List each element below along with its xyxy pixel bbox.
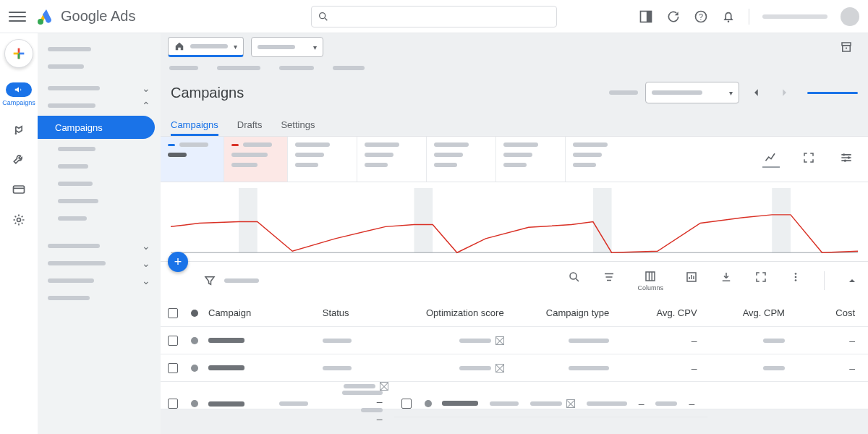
summary-card-primary[interactable] [161, 137, 224, 182]
table-row[interactable]: – – [394, 390, 708, 417]
filter-icon[interactable] [203, 273, 217, 288]
campaign-scope-select[interactable]: ▾ [251, 37, 323, 57]
row-checkbox[interactable] [168, 363, 178, 373]
nav-group[interactable]: ⌄ [38, 272, 161, 289]
svg-point-21 [844, 160, 846, 162]
nav-item[interactable] [38, 58, 161, 75]
table-row[interactable]: – – [161, 354, 868, 382]
create-button[interactable] [4, 39, 33, 68]
svg-line-28 [576, 278, 579, 281]
rail-item-goals[interactable] [11, 121, 27, 137]
rail-label-campaigns: Campaigns [2, 99, 35, 106]
filter-skeleton [224, 278, 259, 283]
row-checkbox[interactable] [168, 336, 178, 346]
chart-type-line-icon[interactable] [762, 150, 780, 168]
table-search-icon[interactable] [568, 271, 581, 291]
title-row: Campaigns ▾ [161, 75, 868, 110]
empty-value: – [689, 398, 694, 409]
nav-subitem[interactable] [38, 210, 161, 227]
app-header: Google Ads ? [0, 0, 868, 33]
left-nav: ⌄ ⌃ Campaigns ⌄ ⌄ ⌄ [38, 33, 161, 434]
summary-card[interactable] [566, 137, 635, 182]
nav-group[interactable]: ⌄ [38, 255, 161, 272]
empty-value: – [849, 335, 855, 346]
empty-value: – [377, 413, 383, 425]
nav-subitem[interactable] [38, 192, 161, 210]
nav-item-campaigns[interactable]: Campaigns [38, 116, 155, 139]
col-cost[interactable]: Cost [830, 307, 861, 318]
svg-point-35 [795, 279, 797, 281]
date-next-button[interactable] [774, 82, 794, 103]
table-row[interactable]: – – – – [161, 382, 868, 409]
archive-icon[interactable] [838, 38, 855, 56]
rail-item-billing[interactable] [11, 182, 27, 197]
columns-icon[interactable]: Columns [637, 270, 663, 292]
segment-icon[interactable] [603, 271, 616, 291]
download-icon[interactable] [720, 271, 733, 291]
help-icon[interactable]: ? [694, 9, 708, 24]
col-campaign[interactable]: Campaign [203, 307, 317, 318]
col-optimization[interactable]: Optimization score [420, 307, 510, 318]
nav-group[interactable]: ⌄ [38, 80, 161, 97]
avatar[interactable] [841, 7, 859, 26]
svg-rect-25 [772, 188, 791, 252]
svg-point-27 [570, 273, 576, 279]
nav-item[interactable] [38, 41, 161, 58]
status-dot [191, 337, 198, 344]
select-all-checkbox[interactable] [168, 308, 178, 318]
tab-campaigns[interactable]: Campaigns [171, 119, 218, 136]
row-checkbox[interactable] [168, 399, 178, 409]
nav-group[interactable]: ⌄ [38, 237, 161, 255]
rail-item-tools[interactable] [11, 151, 27, 167]
more-icon[interactable] [789, 271, 802, 291]
summary-card[interactable] [357, 137, 427, 182]
reports-icon[interactable] [685, 271, 698, 291]
tab-settings[interactable]: Settings [281, 119, 315, 136]
summary-card[interactable] [288, 137, 357, 182]
summary-card-secondary[interactable] [224, 137, 288, 182]
performance-chart [161, 182, 868, 262]
google-ads-logo [36, 8, 54, 25]
refresh-icon[interactable] [666, 9, 681, 24]
reports-icon[interactable] [639, 9, 653, 24]
tab-drafts[interactable]: Drafts [237, 119, 263, 136]
nav-subitem[interactable] [38, 140, 161, 158]
date-prev-button[interactable] [746, 82, 767, 103]
rail-item-campaigns[interactable]: Campaigns [2, 82, 35, 106]
col-avg-cpm[interactable]: Avg. CPM [737, 307, 791, 318]
collapse-chart-icon[interactable] [846, 275, 858, 286]
nav-item[interactable] [38, 289, 161, 307]
svg-rect-13 [14, 186, 25, 193]
summary-card[interactable] [496, 137, 566, 182]
row-checkbox[interactable] [401, 399, 412, 409]
expand-chart-icon[interactable] [800, 150, 817, 168]
table-toolbar: + Columns [161, 262, 868, 299]
svg-point-18 [846, 47, 847, 48]
svg-point-0 [38, 19, 43, 25]
svg-point-33 [795, 273, 797, 275]
search-input[interactable] [311, 6, 557, 27]
notifications-icon[interactable] [721, 9, 736, 24]
nav-subitem[interactable] [38, 175, 161, 192]
rail-item-admin[interactable] [11, 212, 27, 228]
summary-card[interactable] [427, 137, 496, 182]
page-tabs: Campaigns Drafts Settings [161, 110, 868, 136]
add-campaign-button[interactable]: + [168, 252, 188, 272]
page-title: Campaigns [171, 85, 244, 101]
date-range-select[interactable]: ▾ [645, 82, 739, 103]
home-icon [174, 41, 184, 51]
nav-group[interactable]: ⌃ [38, 97, 161, 114]
svg-rect-4 [647, 11, 652, 22]
nav-subitem[interactable] [38, 158, 161, 175]
empty-value: – [639, 398, 644, 409]
fullscreen-icon[interactable] [754, 271, 767, 291]
account-scope-select[interactable]: ▾ [168, 37, 244, 57]
col-campaign-type[interactable]: Campaign type [540, 307, 615, 318]
adjust-chart-icon[interactable] [838, 150, 855, 168]
col-status[interactable]: Status [317, 307, 404, 318]
breadcrumb [161, 61, 868, 75]
table-row[interactable]: – – [161, 327, 868, 354]
menu-icon[interactable] [9, 8, 26, 25]
account-label-skeleton [762, 14, 827, 19]
col-avg-cpv[interactable]: Avg. CPV [650, 307, 702, 318]
